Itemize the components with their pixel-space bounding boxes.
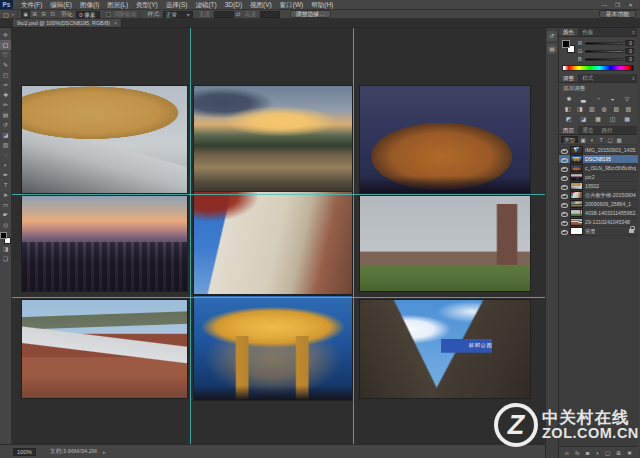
shape-tool[interactable]: ▭ <box>0 200 11 210</box>
filter-adjustment-layers-icon[interactable]: ◐ <box>588 137 596 143</box>
visibility-eye-icon[interactable] <box>561 192 568 199</box>
width-input[interactable] <box>214 11 234 18</box>
tab-swatches[interactable]: 色板 <box>578 28 597 36</box>
layer-row[interactable]: 4038-14033114559621 <box>559 209 638 218</box>
red-slider[interactable] <box>585 42 623 45</box>
tab-channels[interactable]: 通道 <box>578 126 597 134</box>
green-value[interactable]: 0 <box>625 48 634 54</box>
layer-row[interactable]: 公共教学楼-20150904(1... <box>559 191 638 200</box>
properties-panel-icon[interactable]: ▤ <box>547 44 557 54</box>
tab-close-icon[interactable]: × <box>114 20 117 26</box>
menu-filter[interactable]: 滤镜(T) <box>191 0 220 10</box>
tab-layers[interactable]: 图层 <box>559 126 578 134</box>
workspace-switcher-button[interactable]: 基本功能 <box>599 10 636 18</box>
layer-thumbnail[interactable] <box>570 182 583 190</box>
menu-help[interactable]: 帮助(H) <box>307 0 337 10</box>
layer-thumbnail[interactable] <box>570 155 583 163</box>
screen-mode-button[interactable]: ❏ <box>0 254 11 264</box>
quick-mask-button[interactable]: ◨ <box>0 244 11 254</box>
filter-smart-objects-icon[interactable]: ▦ <box>615 137 623 143</box>
eraser-tool[interactable]: ◪ <box>0 130 11 140</box>
path-selection-tool[interactable]: ➤ <box>0 190 11 200</box>
rectangular-marquee-tool[interactable]: ▢ <box>0 40 11 50</box>
curves-icon[interactable]: ◔ <box>591 95 605 103</box>
visibility-eye-icon[interactable] <box>561 147 568 154</box>
layer-thumbnail[interactable] <box>570 227 583 235</box>
eyedropper-tool[interactable]: ✑ <box>0 80 11 90</box>
visibility-eye-icon[interactable] <box>561 183 568 190</box>
filter-type-layers-icon[interactable]: T <box>597 137 605 143</box>
panel-menu-icon[interactable]: ≡ <box>632 28 637 36</box>
healing-brush-tool[interactable]: ✚ <box>0 90 11 100</box>
close-icon[interactable]: ✕ <box>624 0 637 10</box>
layer-thumbnail[interactable] <box>570 164 583 172</box>
status-expander-icon[interactable]: ▸ <box>103 449 106 455</box>
invert-icon[interactable]: ◩ <box>562 115 576 123</box>
menu-edit[interactable]: 编辑(E) <box>46 0 76 10</box>
threshold-icon[interactable]: ▩ <box>591 115 605 123</box>
foreground-color-swatch[interactable] <box>0 232 7 239</box>
style-dropdown[interactable]: 正常 ▾ <box>163 11 193 18</box>
layer-row[interactable]: 29-1210241045348 <box>559 218 638 227</box>
layer-thumbnail[interactable] <box>570 200 583 208</box>
history-panel-icon[interactable]: ↺ <box>547 31 557 41</box>
color-swatch-pair[interactable] <box>562 40 575 53</box>
menu-view[interactable]: 视图(V) <box>246 0 276 10</box>
color-swatches[interactable] <box>0 232 11 244</box>
clone-stamp-tool[interactable]: ▤ <box>0 110 11 120</box>
color-spectrum-ramp[interactable] <box>562 65 634 71</box>
blue-slider[interactable] <box>585 58 623 61</box>
menu-select[interactable]: 选择(S) <box>162 0 192 10</box>
intersect-selection-icon[interactable]: ⊡ <box>48 10 57 18</box>
tab-adjustments[interactable]: 调整 <box>559 74 578 82</box>
layer-thumbnail[interactable] <box>570 146 583 154</box>
visibility-eye-icon[interactable] <box>561 201 568 208</box>
height-input[interactable] <box>260 11 280 18</box>
levels-icon[interactable]: ▃ <box>577 95 591 103</box>
layer-thumbnail[interactable] <box>570 191 583 199</box>
green-slider[interactable] <box>585 50 623 53</box>
layer-thumbnail[interactable] <box>570 173 583 181</box>
document-tab[interactable]: 9tu2.psd @ 100%(DSCN8195, RGB/8) × <box>13 19 122 27</box>
history-brush-tool[interactable]: ↺ <box>0 120 11 130</box>
visibility-eye-icon[interactable] <box>561 174 568 181</box>
tool-preset-arrow-icon[interactable]: ▾ <box>12 12 14 17</box>
menu-3d[interactable]: 3D(D) <box>221 0 246 10</box>
crop-tool[interactable]: ◰ <box>0 70 11 80</box>
layer-row[interactable]: pic2 <box>559 173 638 182</box>
background-layer-row[interactable]: 背景 <box>559 227 638 236</box>
minimize-icon[interactable]: — <box>598 0 611 10</box>
posterize-icon[interactable]: ◪ <box>577 115 591 123</box>
layer-row-selected[interactable]: DSCN8195 <box>559 155 638 164</box>
pen-tool[interactable]: ✒ <box>0 170 11 180</box>
feather-input[interactable]: 0 像素 <box>76 11 100 18</box>
layer-filter-kind-dropdown[interactable]: 类型 <box>561 136 578 143</box>
quick-selection-tool[interactable]: ✎ <box>0 60 11 70</box>
tab-styles[interactable]: 样式 <box>578 74 597 82</box>
blur-tool[interactable]: ◌ <box>0 150 11 160</box>
zoom-level-field[interactable]: 100% <box>13 448 36 456</box>
visibility-eye-icon[interactable] <box>561 219 568 226</box>
add-selection-icon[interactable]: ⊞ <box>30 10 39 18</box>
visibility-eye-icon[interactable] <box>561 156 568 163</box>
menu-file[interactable]: 文件(F) <box>17 0 46 10</box>
new-selection-icon[interactable]: ▣ <box>21 10 30 18</box>
visibility-eye-icon[interactable] <box>561 165 568 172</box>
vibrance-icon[interactable]: ▽ <box>620 95 634 103</box>
black-white-icon[interactable]: ▥ <box>586 105 597 113</box>
menu-layer[interactable]: 图层(L) <box>103 0 132 10</box>
brightness-contrast-icon[interactable]: ✺ <box>562 95 576 103</box>
selective-color-icon[interactable]: ▦ <box>620 115 634 123</box>
layer-row[interactable]: IMG_20150903_140524 <box>559 146 638 155</box>
refine-edge-button[interactable]: 调整边缘… <box>290 10 331 18</box>
layer-thumbnail[interactable] <box>570 218 583 226</box>
lasso-tool[interactable]: ➰ <box>0 50 11 60</box>
layer-row[interactable]: 16502 <box>559 182 638 191</box>
gradient-map-icon[interactable]: ◫ <box>606 115 620 123</box>
channel-mixer-icon[interactable]: ▧ <box>611 105 622 113</box>
layer-row[interactable]: c_ISLN_98cn5h8xdhq1... <box>559 164 638 173</box>
hand-tool[interactable]: ☛ <box>0 210 11 220</box>
swap-dimensions-icon[interactable]: ⇄ <box>236 11 241 17</box>
tab-color[interactable]: 颜色 <box>559 28 578 36</box>
red-value[interactable]: 0 <box>625 40 634 46</box>
